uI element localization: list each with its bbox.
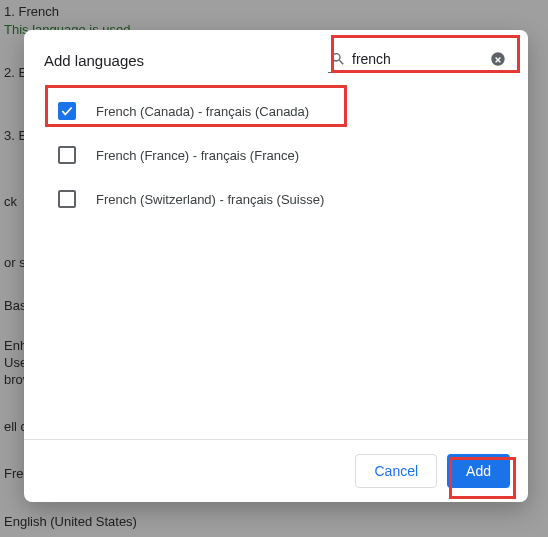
search-icon bbox=[330, 51, 346, 67]
language-option-french-canada[interactable]: French (Canada) - français (Canada) bbox=[58, 89, 518, 133]
dialog-title: Add languages bbox=[44, 52, 144, 69]
language-label: French (Canada) - français (Canada) bbox=[96, 104, 309, 119]
language-label: French (Switzerland) - français (Suisse) bbox=[96, 192, 324, 207]
search-field[interactable] bbox=[328, 48, 508, 73]
checkmark-icon bbox=[60, 104, 74, 118]
language-option-french-france[interactable]: French (France) - français (France) bbox=[58, 133, 518, 177]
checkbox[interactable] bbox=[58, 146, 76, 164]
close-circle-icon bbox=[490, 51, 506, 67]
dialog-header: Add languages bbox=[24, 30, 528, 83]
search-input[interactable] bbox=[352, 51, 484, 67]
cancel-button[interactable]: Cancel bbox=[355, 454, 437, 488]
clear-search-button[interactable] bbox=[490, 50, 506, 68]
language-option-french-switzerland[interactable]: French (Switzerland) - français (Suisse) bbox=[58, 177, 518, 221]
language-label: French (France) - français (France) bbox=[96, 148, 299, 163]
checkbox[interactable] bbox=[58, 102, 76, 120]
checkbox[interactable] bbox=[58, 190, 76, 208]
language-list: French (Canada) - français (Canada) Fren… bbox=[24, 83, 528, 439]
add-button[interactable]: Add bbox=[447, 454, 510, 488]
add-languages-dialog: Add languages French (Canada) - français… bbox=[24, 30, 528, 502]
dialog-footer: Cancel Add bbox=[24, 439, 528, 502]
